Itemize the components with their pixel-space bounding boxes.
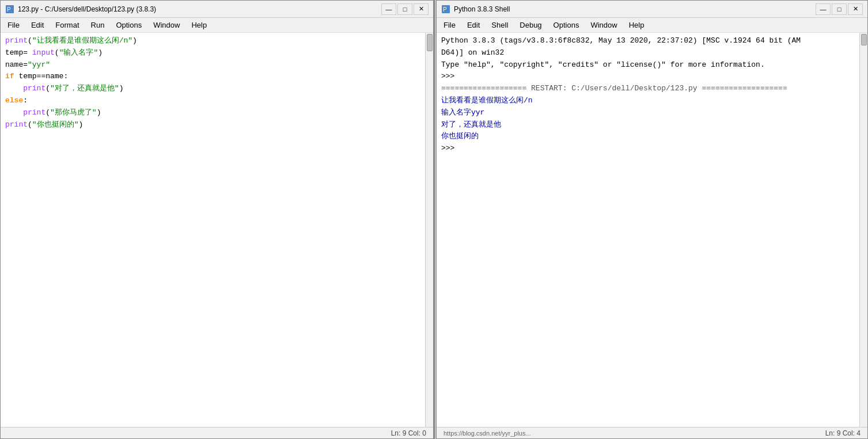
editor-status-bar: Ln: 9 Col: 0 — [1, 427, 433, 438]
editor-title-bar: P 123.py - C:/Users/dell/Desktop/123.py … — [1, 1, 433, 18]
shell-line-output1: 让我看看是谁假期这么闲/n — [441, 95, 855, 107]
svg-text:P: P — [7, 6, 11, 13]
shell-line-version1: Python 3.8.3 (tags/v3.8.3:6f8c832, May 1… — [441, 35, 855, 47]
editor-window: P 123.py - C:/Users/dell/Desktop/123.py … — [0, 0, 434, 439]
shell-line-prompt2: >>> — [441, 143, 855, 155]
code-line-6: else: — [5, 95, 420, 107]
menu-run[interactable]: Run — [86, 20, 109, 30]
shell-menu-bar: File Edit Shell Debug Options Window Hel… — [437, 18, 867, 33]
menu-window[interactable]: Window — [149, 20, 184, 30]
editor-title-left: P 123.py - C:/Users/dell/Desktop/123.py … — [5, 5, 156, 14]
editor-close-btn[interactable]: ✕ — [414, 3, 429, 15]
code-line-2: temp= input("输入名字") — [5, 47, 420, 59]
shell-menu-shell[interactable]: Shell — [487, 20, 513, 30]
shell-maximize-btn[interactable]: □ — [832, 3, 847, 15]
shell-line-version2: D64)] on win32 — [441, 47, 855, 59]
svg-text:P: P — [443, 6, 447, 13]
shell-menu-help[interactable]: Help — [624, 20, 649, 30]
shell-line-output2: 输入名字yyr — [441, 107, 855, 119]
editor-title-text: 123.py - C:/Users/dell/Desktop/123.py (3… — [18, 5, 156, 13]
shell-title-text: Python 3.8.3 Shell — [454, 5, 510, 13]
menu-edit[interactable]: Edit — [26, 20, 48, 30]
editor-scrollbar-thumb[interactable] — [427, 34, 433, 51]
shell-window-controls[interactable]: — □ ✕ — [816, 3, 863, 15]
editor-minimize-btn[interactable]: — — [381, 3, 396, 15]
editor-scrollbar[interactable] — [425, 33, 433, 427]
code-line-7: print("那你马虎了") — [5, 107, 420, 119]
shell-menu-debug[interactable]: Debug — [515, 20, 546, 30]
shell-line-prompt1: >>> — [441, 71, 855, 83]
shell-menu-edit[interactable]: Edit — [463, 20, 484, 30]
code-line-1: print("让我看看是谁假期这么闲/n") — [5, 35, 420, 47]
shell-menu-file[interactable]: File — [439, 20, 460, 30]
code-line-8: print("你也挺闲的") — [5, 119, 420, 131]
shell-scrollbar-thumb[interactable] — [861, 34, 867, 45]
shell-close-btn[interactable]: ✕ — [848, 3, 863, 15]
shell-cursor-position: Ln: 9 Col: 4 — [825, 429, 861, 437]
shell-title-bar: P Python 3.8.3 Shell — □ ✕ — [437, 1, 867, 18]
editor-maximize-btn[interactable]: □ — [397, 3, 412, 15]
shell-line-output4: 你也挺闲的 — [441, 131, 855, 143]
shell-menu-window[interactable]: Window — [586, 20, 621, 30]
shell-minimize-btn[interactable]: — — [816, 3, 831, 15]
menu-format[interactable]: Format — [51, 20, 84, 30]
editor-app-icon: P — [5, 5, 14, 14]
shell-scrollbar[interactable] — [859, 33, 867, 427]
shell-line-output3: 对了，还真就是他 — [441, 119, 855, 131]
shell-window: P Python 3.8.3 Shell — □ ✕ File Edit She… — [436, 0, 868, 439]
shell-output-area[interactable]: Python 3.8.3 (tags/v3.8.3:6f8c832, May 1… — [437, 33, 859, 427]
shell-app-icon: P — [441, 5, 450, 14]
menu-options[interactable]: Options — [111, 20, 146, 30]
menu-file[interactable]: File — [3, 20, 24, 30]
code-line-4: if temp==name: — [5, 71, 420, 83]
menu-help[interactable]: Help — [187, 20, 211, 30]
window-divider — [434, 0, 435, 439]
editor-menu-bar: File Edit Format Run Options Window Help — [1, 18, 433, 33]
shell-line-restart: =================== RESTART: C:/Users/de… — [441, 83, 855, 95]
editor-window-controls[interactable]: — □ ✕ — [381, 3, 429, 15]
shell-status-bar: https://blog.csdn.net/yyr_plus... Ln: 9 … — [437, 427, 867, 438]
editor-cursor-position: Ln: 9 Col: 0 — [391, 429, 426, 437]
code-line-5: print("对了，还真就是他") — [5, 83, 420, 95]
shell-menu-options[interactable]: Options — [549, 20, 584, 30]
shell-title-left: P Python 3.8.3 Shell — [441, 5, 510, 14]
shell-line-info: Type "help", "copyright", "credits" or "… — [441, 59, 855, 71]
shell-url-hint: https://blog.csdn.net/yyr_plus... — [444, 430, 531, 437]
editor-code-area[interactable]: print("让我看看是谁假期这么闲/n") temp= input("输入名字… — [1, 33, 425, 427]
code-line-3: name="yyr" — [5, 59, 420, 71]
